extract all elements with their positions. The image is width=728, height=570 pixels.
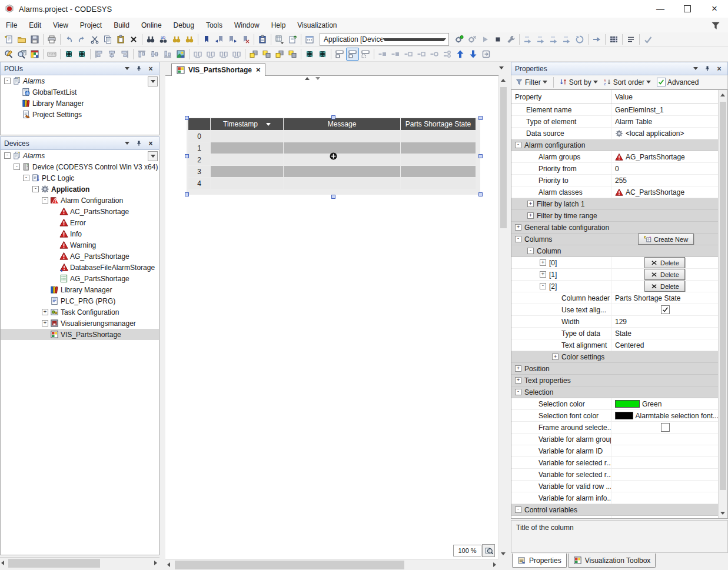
stop-icon[interactable]: [491, 33, 504, 46]
combo-dropdown-icon[interactable]: [383, 38, 446, 41]
pou-item-globaltextlist[interactable]: GlobalTextList: [1, 86, 159, 98]
property-row-width[interactable]: Width129: [511, 316, 719, 328]
expand-icon[interactable]: +: [527, 201, 534, 207]
visualization-view-icon[interactable]: [15, 48, 28, 61]
virtual-keyboard-icon[interactable]: [45, 48, 58, 61]
collapse-icon[interactable]: -: [515, 389, 521, 395]
handle-nw[interactable]: [185, 116, 189, 120]
size-to-grid-icon[interactable]: [230, 48, 243, 61]
property-row-alarm-groups[interactable]: Alarm groupsAG_PartsShortage: [511, 151, 719, 163]
frame-visible-icon[interactable]: [346, 48, 359, 61]
find-in-project-icon[interactable]: [170, 33, 183, 46]
property-row--0-[interactable]: +[0]Delete: [511, 257, 719, 269]
collapse-icon[interactable]: -: [23, 175, 29, 181]
collapse-icon[interactable]: -: [515, 142, 521, 148]
device-item-error[interactable]: Error: [1, 217, 159, 228]
property-row--2-[interactable]: -[2]Delete: [511, 281, 719, 292]
delete-button[interactable]: Delete: [644, 281, 685, 292]
build-icon[interactable]: [607, 33, 620, 46]
property-value[interactable]: State: [615, 329, 631, 338]
anchor-scale-icon[interactable]: [441, 48, 454, 61]
property-group-alarm-configuration[interactable]: -Alarm configuration: [511, 139, 719, 151]
devices-pin-icon[interactable]: [134, 139, 144, 148]
collapse-icon[interactable]: -: [515, 236, 521, 242]
anchor-corner-icon[interactable]: [389, 48, 402, 61]
left-splitter[interactable]: [159, 62, 165, 570]
paste-icon[interactable]: [114, 33, 127, 46]
minimize-button[interactable]: —: [647, 0, 674, 18]
device-item-plc-prg-prg-[interactable]: PLC_PRG (PRG): [1, 295, 159, 306]
advanced-toggle[interactable]: Advanced: [655, 76, 700, 88]
property-row-variable-for-selected-r-[interactable]: Variable for selected r...: [511, 469, 719, 481]
pou-item-alarms[interactable]: -Alarms: [1, 75, 159, 86]
pous-close-icon[interactable]: ×: [146, 64, 155, 74]
move-up-icon[interactable]: [454, 48, 467, 61]
expand-icon[interactable]: +: [42, 320, 48, 326]
align-center-icon[interactable]: [105, 48, 118, 61]
menu-window[interactable]: Window: [228, 19, 265, 32]
property-row-variable-for-alarm-info-[interactable]: Variable for alarm info...: [511, 492, 719, 504]
copy-icon[interactable]: [101, 33, 114, 46]
property-group-control-variables[interactable]: -Control variables: [511, 504, 719, 516]
align-bottom-icon[interactable]: [161, 48, 174, 61]
device-item-library-manager[interactable]: Library Manager: [1, 284, 159, 295]
ungroup-icon[interactable]: [316, 48, 329, 61]
property-row-variable-for-alarm-id[interactable]: Variable for alarm ID: [511, 445, 719, 457]
toggle-bookmark-icon[interactable]: [200, 33, 213, 46]
properties-panel-header[interactable]: Properties ×: [511, 62, 728, 75]
color-swatch[interactable]: [615, 400, 640, 408]
pous-pin-icon[interactable]: [134, 64, 144, 74]
collapse-icon[interactable]: -: [32, 186, 39, 192]
close-button[interactable]: ×: [701, 0, 728, 18]
align-top-icon[interactable]: [135, 48, 148, 61]
property-value[interactable]: 255: [615, 176, 627, 185]
device-item-device-codesys-control-win-v3-x64-[interactable]: -Device (CODESYS Control Win V3 x64): [1, 161, 159, 172]
property-row-priority-from[interactable]: Priority from0: [511, 163, 719, 175]
anchor-corner2-icon[interactable]: [415, 48, 428, 61]
device-item-ag-partsshortage[interactable]: AG_PartsShortage: [1, 251, 159, 262]
undo-icon[interactable]: [62, 33, 75, 46]
property-row-selection-font-color[interactable]: Selection font colorAlarmtable selection…: [511, 410, 719, 422]
property-value[interactable]: <local application>: [626, 129, 684, 138]
pou-item-project-settings[interactable]: Project Settings: [1, 109, 159, 120]
edit-object-icon[interactable]: [286, 33, 299, 46]
devices-close-icon[interactable]: ×: [146, 139, 155, 148]
zoom-level-field[interactable]: 100 %: [453, 545, 481, 556]
clear-bookmarks-icon[interactable]: [239, 33, 252, 46]
pous-panel-header[interactable]: POUs ×: [0, 62, 159, 75]
start-icon[interactable]: [478, 33, 491, 46]
tab-vis-partsshortage[interactable]: VIS_PartsShortage ×: [171, 63, 265, 76]
collapse-icon[interactable]: -: [4, 78, 11, 84]
zoom-button[interactable]: [482, 544, 495, 557]
menu-online[interactable]: Online: [135, 19, 168, 32]
anchor-center-icon[interactable]: [428, 48, 441, 61]
property-group-column[interactable]: -Column: [511, 245, 719, 257]
save-icon[interactable]: [28, 33, 41, 46]
expand-icon[interactable]: +: [540, 259, 546, 266]
menu-tools[interactable]: Tools: [200, 19, 228, 32]
pou-item-library-manager[interactable]: Library Manager: [1, 98, 159, 109]
activate-selection-icon[interactable]: [62, 48, 75, 61]
library-repository-icon[interactable]: [303, 33, 316, 46]
bring-forward-icon[interactable]: [260, 48, 273, 61]
menu-debug[interactable]: Debug: [168, 19, 200, 32]
expand-icon[interactable]: +: [540, 271, 546, 278]
device-item-ag-partsshortage[interactable]: AG_PartsShortage: [1, 273, 159, 284]
property-value[interactable]: Alarmtable selection font...: [636, 412, 719, 420]
property-value[interactable]: 0: [615, 165, 619, 173]
property-row-variable-for-valid-row-[interactable]: Variable for valid row ...: [511, 481, 719, 492]
handle-sw[interactable]: [185, 192, 189, 196]
replace-in-project-icon[interactable]: [183, 33, 196, 46]
property-group-general-table-configuration[interactable]: +General table configuration: [511, 222, 719, 234]
filter-funnel-icon[interactable]: [710, 20, 721, 31]
property-value[interactable]: AC_PartsShortage: [626, 188, 684, 196]
property-row-alarm-classes[interactable]: Alarm classesAC_PartsShortage: [511, 186, 719, 198]
menu-build[interactable]: Build: [108, 19, 135, 32]
visualization-edit-icon[interactable]: [2, 48, 15, 61]
property-row-variable-for-alarm-group[interactable]: Variable for alarm group: [511, 434, 719, 445]
properties-pin-icon[interactable]: [703, 64, 712, 74]
prev-bookmark-icon[interactable]: [213, 33, 226, 46]
device-item-databasefilealarmstorage[interactable]: DatabaseFileAlarmStorage: [1, 262, 159, 273]
advanced-checkbox[interactable]: [657, 78, 666, 86]
logout-icon[interactable]: [466, 33, 478, 46]
